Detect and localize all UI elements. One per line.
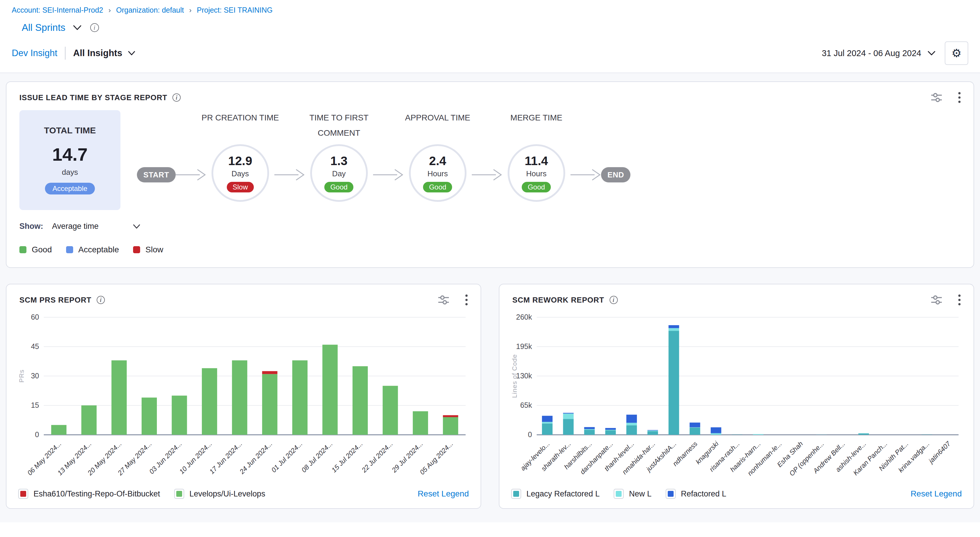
charts-row: SCM PRS REPORT <box>6 284 974 509</box>
svg-text:15 Jul 2024...: 15 Jul 2024... <box>330 440 364 474</box>
top-header: Account: SEI-Internal-Prod2 › Organizati… <box>0 0 980 33</box>
scm-rework-panel: SCM REWORK REPORT <box>499 284 974 509</box>
reset-legend-link[interactable]: Reset Legend <box>911 489 962 499</box>
flow-arrow-icon <box>176 167 206 183</box>
legend-item[interactable]: Levelops/Ui-Levelops <box>174 489 265 499</box>
widget-filters-button[interactable] <box>438 295 449 305</box>
svg-text:08 Jul 2024...: 08 Jul 2024... <box>300 440 334 474</box>
date-range-selector[interactable]: 31 Jul 2024 - 06 Aug 2024 <box>822 48 935 58</box>
insight-bar: Dev Insight All Insights 31 Jul 2024 - 0… <box>0 38 980 73</box>
settings-button[interactable]: ⚙ <box>945 41 968 65</box>
legend-item[interactable]: Legacy Refactored L <box>511 489 600 499</box>
lead-time-flow: STARTPR CREATION TIME12.9DaysSlowTIME TO… <box>137 110 630 202</box>
scm-prs-panel: SCM PRS REPORT <box>6 284 481 509</box>
info-icon[interactable] <box>172 94 181 102</box>
stage-circle: 12.9DaysSlow <box>212 144 269 202</box>
total-time-badge: Acceptable <box>45 183 95 194</box>
svg-text:45: 45 <box>31 342 39 351</box>
panel-title: ISSUE LEAD TIME BY STAGE REPORT <box>19 93 181 102</box>
prs-bar-chart[interactable]: 015304560PRs06 May 2024...13 May 2024...… <box>17 310 470 488</box>
legend-item[interactable]: Refactored L <box>666 489 727 499</box>
info-icon[interactable] <box>609 296 618 304</box>
stage-unit: Hours <box>428 169 448 178</box>
lead-time-body: TOTAL TIME 14.7 days Acceptable STARTPR … <box>6 103 974 210</box>
kebab-menu-icon <box>465 294 468 305</box>
rework-bar-chart[interactable]: 065k130k195k260kLines of Codeajay-levelo… <box>510 310 963 488</box>
stage-badge: Good <box>423 182 452 192</box>
chevron-down-icon <box>928 51 935 56</box>
stage-badge: Good <box>324 182 353 192</box>
flow-arrow <box>176 167 206 183</box>
info-icon[interactable] <box>90 23 99 32</box>
legend-color-swatch <box>513 491 519 497</box>
flow-end-pill: END <box>601 167 631 183</box>
date-range-value: 31 Jul 2024 - 06 Aug 2024 <box>822 48 921 58</box>
panel-title-text: ISSUE LEAD TIME BY STAGE REPORT <box>19 93 167 102</box>
total-time-value: 14.7 <box>25 145 115 164</box>
lead-time-stage: APPROVAL TIME2.4HoursGood <box>404 110 472 202</box>
stage-title: APPROVAL TIME <box>386 110 489 141</box>
stage-circle: 2.4HoursGood <box>409 144 466 202</box>
panel-header: ISSUE LEAD TIME BY STAGE REPORT <box>6 82 974 103</box>
sprint-selector[interactable]: All Sprints <box>22 22 81 33</box>
sprint-row: All Sprints <box>22 22 968 33</box>
legend-checkbox <box>614 489 624 499</box>
flow-arrow-icon <box>274 167 305 183</box>
panel-header-icons <box>438 294 468 305</box>
insight-selector[interactable]: All Insights <box>73 48 135 59</box>
legend-item[interactable]: Esha610/Testing-Repo-Of-Bitbucket <box>18 489 160 499</box>
flow-start-pill: START <box>137 167 176 183</box>
legend-item[interactable]: Slow <box>133 245 163 254</box>
breadcrumb-account-link[interactable]: Account: SEI-Internal-Prod2 <box>12 6 103 14</box>
breadcrumb-separator-icon: › <box>189 6 191 14</box>
show-dropdown-value: Average time <box>52 222 99 231</box>
breadcrumb-organization-link[interactable]: Organization: default <box>116 6 184 14</box>
legend-checkbox <box>174 489 184 499</box>
legend-label: New L <box>629 489 652 499</box>
issue-lead-time-panel: ISSUE LEAD TIME BY STAGE REPORT <box>6 81 974 268</box>
widget-menu-button[interactable] <box>465 294 468 305</box>
reset-legend-link[interactable]: Reset Legend <box>418 489 469 499</box>
panel-title-text: SCM REWORK REPORT <box>512 296 604 305</box>
info-icon[interactable] <box>97 296 105 304</box>
legend-label: Slow <box>145 245 163 254</box>
insight-bar-right: 31 Jul 2024 - 06 Aug 2024 ⚙ <box>822 41 968 65</box>
dev-insight-link[interactable]: Dev Insight <box>12 48 57 59</box>
svg-text:22 Jul 2024...: 22 Jul 2024... <box>360 440 394 474</box>
stage-circle: 11.4HoursGood <box>508 144 565 202</box>
sliders-icon <box>931 295 942 305</box>
stage-unit: Days <box>231 169 249 178</box>
breadcrumb: Account: SEI-Internal-Prod2 › Organizati… <box>12 6 968 14</box>
widget-menu-button[interactable] <box>958 294 961 305</box>
show-label: Show: <box>19 222 43 231</box>
stage-title: PR CREATION TIME <box>189 110 292 141</box>
legend-item[interactable]: Acceptable <box>66 245 119 254</box>
panel-header: SCM PRS REPORT <box>6 284 480 305</box>
legend-label: Legacy Refactored L <box>527 489 600 499</box>
total-time-label: TOTAL TIME <box>25 126 115 135</box>
prs-chart-legend: Esha610/Testing-Repo-Of-BitbucketLevelop… <box>6 488 480 508</box>
flow-arrow-icon <box>373 167 404 183</box>
legend-color-swatch <box>668 491 674 497</box>
legend-color-swatch <box>616 491 622 497</box>
lead-time-stage: PR CREATION TIME12.9DaysSlow <box>206 110 274 202</box>
breadcrumb-project-link[interactable]: Project: SEI TRAINING <box>197 6 273 14</box>
total-time-card: TOTAL TIME 14.7 days Acceptable <box>19 110 121 210</box>
legend-label: Acceptable <box>78 245 119 254</box>
widget-filters-button[interactable] <box>931 295 942 305</box>
stage-title: TIME TO FIRST COMMENT <box>287 110 391 141</box>
svg-text:0: 0 <box>35 431 39 438</box>
svg-text:29 Jul 2024...: 29 Jul 2024... <box>390 440 425 474</box>
widget-menu-button[interactable] <box>958 92 961 103</box>
stage-circle: 1.3DayGood <box>310 144 368 202</box>
chevron-down-icon <box>133 224 140 229</box>
legend-item[interactable]: Good <box>19 245 52 254</box>
widget-filters-button[interactable] <box>931 92 942 103</box>
stage-value: 1.3 <box>331 154 347 168</box>
legend-item[interactable]: New L <box>614 489 652 499</box>
show-dropdown[interactable]: Average time <box>52 222 140 231</box>
legend-color-swatch <box>66 246 73 253</box>
flow-arrow <box>472 167 502 183</box>
svg-text:PRs: PRs <box>18 370 25 383</box>
lead-time-stage: MERGE TIME11.4HoursGood <box>502 110 571 202</box>
